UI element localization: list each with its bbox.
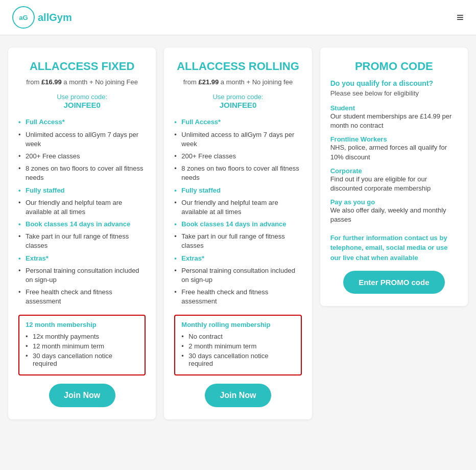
card-rolling-membership-box: Monthly rolling membership No contract 2… [174,315,301,375]
promo-item-title: Student [330,104,458,112]
promo-card-title: PROMO CODE [330,60,458,73]
list-item: Fully staffed [18,186,146,195]
main-content: ALLACCESS FIXED from £16.99 a month + No… [0,35,476,432]
card-rolling-promo-label: Use promo code: [174,93,301,101]
list-item: 12 month minimum term [26,342,138,350]
card-rolling: ALLACCESS ROLLING from £21.99 a month + … [164,48,312,419]
promo-card-desc: Please see below for eligibility [330,89,458,97]
list-item: 200+ Free classes [18,152,146,161]
card-fixed-promo: Use promo code: JOINFEE0 [18,93,146,109]
join-now-button-rolling[interactable]: Join Now [205,384,271,407]
list-item: Personal training consultation included … [174,266,301,285]
list-item: Free health check and fitness assessment [18,288,146,306]
list-item: 30 days cancellation notice required [26,352,138,367]
membership-box-list: 12x monthly payments 12 month minimum te… [26,333,138,367]
card-rolling-subtitle-prefix: from [183,78,199,86]
card-fixed-features: Full Access* Unlimited access to allGym … [18,118,146,306]
card-fixed-promo-label: Use promo code: [18,93,146,101]
list-item: Unlimited access to allGym 7 days per we… [174,130,301,149]
list-item: Full Access* [174,118,301,127]
list-item: No contract [181,333,294,340]
logo-container: aG allGym [12,6,72,29]
list-item: Full Access* [18,118,146,127]
card-rolling-title: ALLACCESS ROLLING [174,60,301,73]
promo-list: Student Our student memberships are £14.… [330,104,458,225]
hamburger-menu-button[interactable]: ≡ [457,10,464,25]
promo-item-title: Pay as you go [330,198,458,206]
promo-item-title: Corporate [330,167,458,175]
card-fixed-membership-box: 12 month membership 12x monthly payments… [18,315,146,375]
list-item: Free health check and fitness assessment [174,288,301,306]
list-item: Fully staffed [174,186,301,195]
list-item: 2 month minimum term [181,342,294,350]
card-rolling-features: Full Access* Unlimited access to allGym … [174,118,301,306]
membership-box-title: Monthly rolling membership [181,321,294,328]
list-item: Unlimited access to allGym 7 days per we… [18,130,146,149]
list-item: Our friendly and helpful team are availa… [18,198,146,217]
promo-item-desc: We also offer daily, weekly and monthly … [330,206,458,224]
card-fixed-title: ALLACCESS FIXED [18,60,146,73]
card-rolling-subtitle-suffix: a month + No joining fee [219,78,293,86]
list-item: Pay as you go We also offer daily, weekl… [330,198,458,224]
membership-box-title: 12 month membership [26,321,138,328]
list-item: Take part in our full range of fitness c… [18,232,146,250]
promo-item-desc: Our student memberships are £14.99 per m… [330,112,458,130]
membership-box-list: No contract 2 month minimum term 30 days… [181,333,294,367]
header: aG allGym ≡ [0,0,476,35]
promo-item-desc: Find out if you are eligible for our dis… [330,175,458,193]
list-item: Frontline Workers NHS, police, armed for… [330,135,458,161]
list-item: Corporate Find out if you are eligible f… [330,167,458,193]
list-item: Our friendly and helpful team are availa… [174,198,301,217]
promo-item-title: Frontline Workers [330,135,458,143]
list-item: 200+ Free classes [174,152,301,161]
card-fixed-promo-value: JOINFEE0 [18,101,146,109]
list-item: 8 zones on two floors to cover all fitne… [18,164,146,182]
list-item: Student Our student memberships are £14.… [330,104,458,130]
card-rolling-promo: Use promo code: JOINFEE0 [174,93,301,109]
list-item: Book classes 14 days in advance [174,220,301,229]
card-rolling-subtitle: from £21.99 a month + No joining fee [174,78,301,86]
list-item: 8 zones on two floors to cover all fitne… [174,164,301,182]
join-now-button-fixed[interactable]: Join Now [49,384,115,407]
list-item: Personal training consultation included … [18,266,146,285]
enter-promo-button[interactable]: Enter PROMO code [343,271,445,294]
card-fixed-subtitle-prefix: from [26,78,41,86]
list-item: Take part in our full range of fitness c… [174,232,301,250]
list-item: Book classes 14 days in advance [18,220,146,229]
card-fixed-price: £16.99 [41,78,62,86]
card-rolling-promo-value: JOINFEE0 [174,101,301,109]
card-promo: PROMO CODE Do you qualify for a discount… [320,48,468,306]
promo-contact-text: For further information contact us by te… [330,233,458,263]
list-item: 30 days cancellation notice required [181,352,294,367]
list-item: 12x monthly payments [26,333,138,340]
card-fixed-subtitle-suffix: a month + No joining Fee [62,78,138,86]
logo-text: allGym [38,12,72,24]
logo-icon: aG [12,6,35,29]
list-item: Extras* [174,254,301,263]
card-rolling-price: £21.99 [198,78,219,86]
card-fixed-subtitle: from £16.99 a month + No joining Fee [18,78,146,86]
promo-item-desc: NHS, police, armed forces all qualify fo… [330,143,458,161]
promo-card-question: Do you qualify for a discount? [330,79,458,87]
list-item: Extras* [18,254,146,263]
card-fixed: ALLACCESS FIXED from £16.99 a month + No… [8,48,156,419]
